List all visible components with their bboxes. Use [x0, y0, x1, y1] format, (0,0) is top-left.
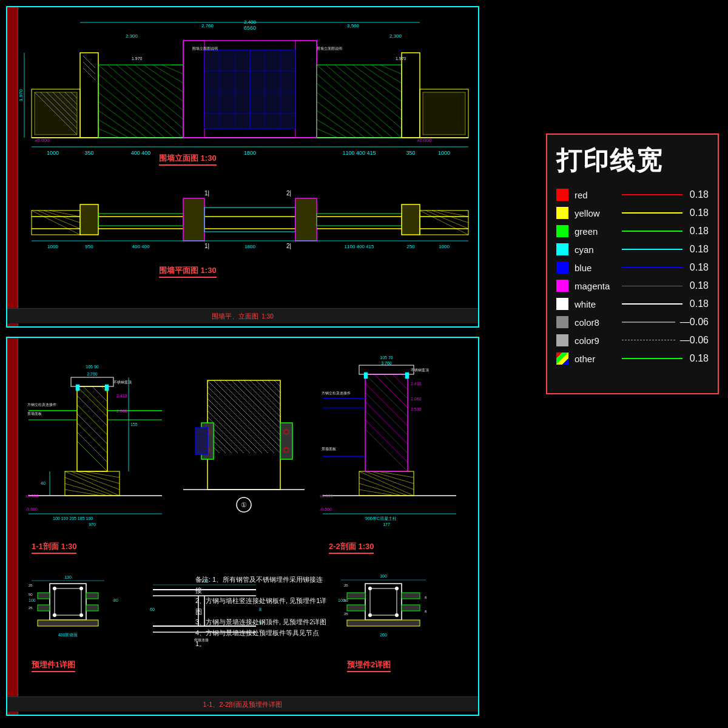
svg-line-130	[83, 471, 120, 477]
svg-rect-249	[86, 593, 98, 599]
svg-rect-33	[295, 41, 317, 138]
legend-line-blue	[622, 267, 682, 268]
svg-line-55	[317, 74, 393, 138]
legend-label-color9: color9	[575, 335, 617, 346]
embed1-svg: 130 100 80 400景墙面 25 50 25	[25, 571, 147, 656]
legend-item-other: other 0.18	[556, 352, 709, 365]
svg-line-180	[274, 380, 280, 386]
svg-rect-62	[402, 53, 420, 138]
legend-color-white	[556, 298, 568, 310]
bottom-drawing-panel: 105 90 2.760 2.410 2.060 ±0.000 -0.600 4…	[6, 337, 479, 716]
svg-text:8: 8	[425, 610, 427, 613]
svg-line-138	[77, 414, 107, 444]
svg-text:60: 60	[150, 607, 155, 612]
svg-text:2.060: 2.060	[116, 409, 127, 413]
svg-line-213	[365, 383, 408, 426]
svg-line-216	[365, 411, 408, 453]
legend-value-white: 0.18	[687, 298, 709, 309]
svg-text:方钢立柱及连接件: 方钢立柱及连接件	[27, 402, 56, 406]
svg-line-141	[77, 441, 107, 471]
section2-svg: 105 70 3.760 2.410 2.060 2.530 ±0.000 -0…	[317, 350, 462, 538]
legend-color-other	[556, 352, 568, 365]
legend-color-yellow	[556, 207, 568, 219]
section1-svg: 105 90 2.760 2.410 2.060 ±0.000 -0.600 4…	[22, 350, 168, 538]
svg-text:1100 400 415: 1100 400 415	[342, 150, 376, 156]
svg-rect-238	[405, 372, 409, 379]
svg-line-176	[250, 380, 280, 411]
svg-line-61	[317, 129, 338, 138]
svg-point-275	[368, 587, 372, 590]
svg-text:3.760: 3.760	[381, 361, 392, 365]
svg-text:方钢立柱及连接件: 方钢立柱及连接件	[322, 391, 351, 395]
bottom-panel-footer: 1-1、2-2剖面及预埋件详图	[7, 696, 478, 712]
legend-color-magenta	[556, 280, 568, 292]
svg-line-219	[374, 374, 408, 408]
legend-title: 打印线宽	[556, 144, 709, 178]
legend-value-color8: —0.06	[680, 317, 709, 328]
svg-text:不锈钢盖顶: 不锈钢盖顶	[411, 368, 429, 372]
svg-text:350: 350	[84, 150, 93, 156]
svg-line-30	[98, 129, 120, 138]
svg-text:2.410: 2.410	[116, 394, 127, 398]
svg-line-183	[207, 399, 262, 453]
legend-line-yellow	[622, 212, 682, 214]
svg-line-128	[71, 471, 120, 490]
svg-line-137	[77, 405, 107, 435]
svg-line-100	[50, 211, 80, 217]
svg-line-47	[317, 65, 402, 138]
svg-rect-243	[55, 588, 81, 615]
svg-line-52	[362, 65, 402, 92]
svg-text:1000: 1000	[47, 244, 58, 249]
svg-text:177: 177	[383, 522, 390, 527]
svg-text:25: 25	[29, 606, 33, 610]
svg-line-15	[98, 65, 183, 138]
svg-text:不锈钢盖顶: 不锈钢盖顶	[113, 380, 132, 384]
legend-color-red	[556, 189, 568, 201]
svg-line-51	[353, 65, 402, 101]
legend-value-red: 0.18	[687, 189, 709, 200]
svg-text:250: 250	[406, 244, 415, 249]
svg-line-97	[32, 211, 80, 235]
legend-label-blue: blue	[575, 263, 617, 273]
svg-line-18	[126, 65, 183, 110]
svg-text:50: 50	[344, 599, 348, 602]
svg-text:2|: 2|	[286, 243, 291, 249]
svg-line-140	[77, 432, 107, 462]
svg-point-244	[53, 587, 56, 590]
embed2-label: 预埋件2详图	[347, 659, 391, 672]
svg-line-54	[380, 65, 402, 74]
svg-line-49	[335, 65, 402, 120]
svg-text:①: ①	[241, 501, 247, 508]
svg-line-215	[365, 402, 408, 444]
svg-line-172	[226, 380, 280, 435]
legend-item-red: red 0.18	[556, 189, 709, 201]
legend-value-magenta: 0.18	[687, 280, 709, 291]
svg-rect-104	[204, 207, 295, 232]
svg-line-169	[207, 380, 280, 453]
svg-line-50	[344, 65, 402, 110]
svg-text:景墙面板: 景墙面板	[322, 447, 336, 451]
legend-value-color9: —0.06	[680, 335, 709, 346]
legend-color-color9	[556, 334, 568, 346]
svg-line-24	[98, 74, 174, 138]
legend-label-yellow: yellow	[575, 208, 617, 218]
svg-line-220	[383, 374, 408, 399]
svg-text:2.530: 2.530	[411, 407, 422, 411]
legend-line-red	[622, 194, 682, 195]
svg-text:-0.600: -0.600	[25, 507, 38, 511]
svg-rect-101	[80, 204, 98, 235]
svg-line-17	[116, 65, 183, 120]
svg-line-177	[256, 380, 280, 405]
svg-line-181	[207, 386, 274, 453]
section1-label: 1-1剖面 1:30	[32, 541, 76, 554]
svg-line-58	[317, 101, 365, 138]
legend-label-green: green	[575, 226, 617, 237]
svg-text:50: 50	[29, 593, 33, 596]
legend-item-magenta: magenta 0.18	[556, 280, 709, 292]
svg-text:900/RC混凝土柱: 900/RC混凝土柱	[365, 516, 397, 521]
svg-text:25: 25	[344, 584, 348, 587]
legend-panel: 打印线宽 red 0.18 yellow 0.18 green 0.18 cya…	[546, 133, 719, 394]
svg-text:80: 80	[113, 598, 118, 602]
svg-text:±0.000: ±0.000	[25, 494, 38, 498]
svg-line-170	[214, 380, 280, 447]
